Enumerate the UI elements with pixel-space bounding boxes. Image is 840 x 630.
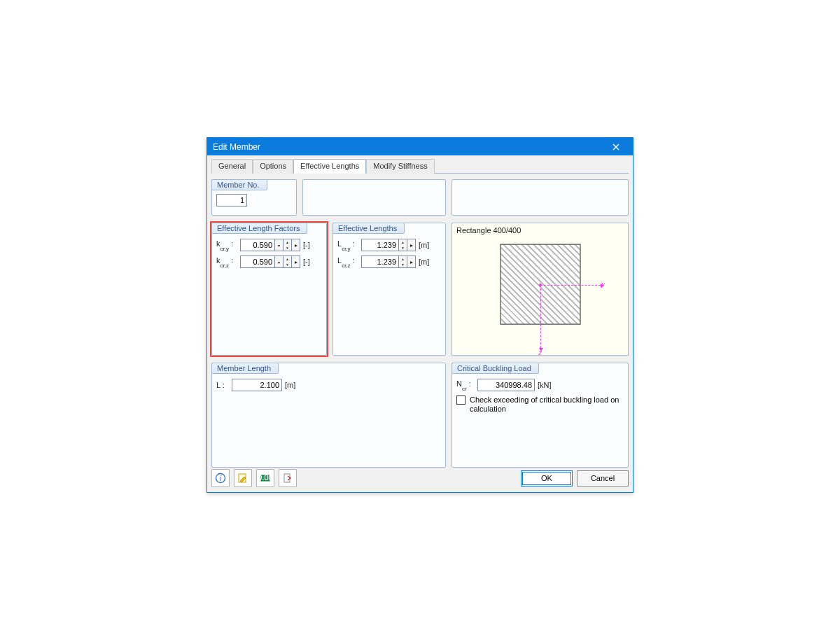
close-button[interactable] — [603, 139, 629, 154]
export-icon — [282, 472, 293, 484]
tab-strip: General Options Effective Lengths Modify… — [211, 158, 629, 174]
tab-modify-stiffness[interactable]: Modify Stiffness — [366, 159, 434, 174]
dropdown-kcry[interactable]: ▾ — [275, 239, 284, 251]
axis-y — [540, 285, 601, 286]
row-lcrz: Lcr,z : ▲▼ ▸ [m] — [337, 254, 441, 270]
chevron-down-icon: ▼ — [284, 262, 291, 267]
input-lcry[interactable] — [361, 239, 399, 251]
svg-rect-5 — [284, 474, 290, 482]
checkbox-check-buckling[interactable] — [456, 396, 465, 405]
row-kcrz: kcr,z : ▾ ▲▼ ▸ [-] — [216, 254, 322, 270]
axis-z — [540, 285, 541, 348]
legend-member-no: Member No. — [211, 179, 267, 190]
expand-lcry[interactable]: ▸ — [407, 239, 416, 251]
group-effective-lengths: Effective Lengths Lcr,y : ▲▼ ▸ [m] Lcr,z… — [332, 223, 446, 356]
dialog-title: Edit Member — [213, 142, 603, 152]
chevron-up-icon: ▲ — [284, 239, 291, 245]
spinner-lcry[interactable]: ▲▼ — [399, 239, 407, 251]
label-ncr: Ncr : — [456, 379, 477, 390]
group-spacer-1 — [302, 179, 446, 216]
export-button[interactable] — [279, 469, 297, 487]
chevron-up-icon: ▲ — [399, 256, 407, 262]
chevron-down-icon: ▼ — [399, 245, 407, 251]
input-member-length[interactable] — [232, 379, 282, 391]
unit-lcry: [m] — [419, 241, 429, 249]
spinner-lcrz[interactable]: ▲▼ — [399, 255, 407, 268]
tab-options[interactable]: Options — [253, 159, 293, 174]
member-no-field[interactable] — [216, 194, 247, 206]
legend-buckling: Critical Buckling Load — [451, 363, 539, 374]
input-kcry[interactable] — [240, 239, 275, 251]
svg-text:i: i — [220, 474, 222, 482]
group-member-no: Member No. — [211, 179, 297, 216]
unit-kcry: [-] — [303, 241, 310, 249]
input-ncr[interactable] — [477, 379, 535, 391]
close-icon — [612, 144, 620, 150]
edit-member-dialog: Edit Member General Options Effective Le… — [206, 137, 634, 493]
label-kcry: kcr,y : — [216, 239, 240, 250]
chevron-up-icon: ▲ — [399, 239, 407, 245]
group-spacer-2 — [451, 179, 629, 216]
label-lcry: Lcr,y : — [337, 239, 361, 250]
chevron-down-icon: ▼ — [284, 245, 291, 251]
chevron-down-icon: ▼ — [399, 262, 407, 267]
dropdown-kcrz[interactable]: ▾ — [275, 255, 284, 268]
label-lcrz: Lcr,z : — [337, 256, 361, 267]
titlebar: Edit Member — [207, 138, 633, 155]
y-label: y — [602, 281, 606, 288]
group-member-length: Member Length L : [m] — [211, 363, 446, 468]
help-icon: i — [215, 472, 226, 484]
input-lcrz[interactable] — [361, 255, 399, 268]
row-kcry: kcr,y : ▾ ▲▼ ▸ [-] — [216, 237, 322, 253]
expand-lcrz[interactable]: ▸ — [407, 255, 416, 268]
spinner-kcry[interactable]: ▲▼ — [284, 239, 292, 251]
unit-member-length: [m] — [285, 381, 295, 389]
edit-button[interactable] — [234, 469, 252, 487]
cancel-button[interactable]: Cancel — [577, 470, 629, 486]
z-label: z — [539, 349, 542, 356]
row-ncr: Ncr : [kN] — [456, 377, 624, 393]
dialog-client: General Options Effective Lengths Modify… — [211, 158, 629, 488]
units-button[interactable]: 0.00 — [256, 469, 274, 487]
input-kcrz[interactable] — [240, 255, 275, 268]
spinner-kcrz[interactable]: ▲▼ — [284, 255, 292, 268]
row-lcry: Lcr,y : ▲▼ ▸ [m] — [337, 237, 441, 253]
expand-kcrz[interactable]: ▸ — [292, 255, 300, 268]
svg-text:0.00: 0.00 — [260, 473, 271, 482]
unit-lcrz: [m] — [419, 258, 429, 266]
help-button[interactable]: i — [211, 469, 230, 487]
pencil-icon — [237, 472, 248, 484]
unit-kcrz: [-] — [303, 258, 310, 266]
units-icon: 0.00 — [260, 472, 271, 484]
group-critical-buckling: Critical Buckling Load Ncr : [kN] Check … — [451, 363, 629, 468]
tab-general[interactable]: General — [211, 159, 253, 174]
label-check-buckling: Check exceeding of critical buckling loa… — [470, 396, 624, 414]
button-bar: i 0.00 OK Cancel — [211, 468, 629, 488]
section-caption: Rectangle 400/400 — [456, 226, 521, 234]
tab-effective-lengths[interactable]: Effective Lengths — [293, 159, 366, 174]
chevron-up-icon: ▲ — [284, 256, 291, 262]
legend-lengths: Effective Lengths — [332, 223, 405, 234]
unit-ncr: [kN] — [538, 381, 552, 389]
legend-member-length: Member Length — [211, 363, 279, 374]
label-member-length: L : — [216, 381, 232, 389]
legend-factors: Effective Length Factors — [211, 223, 307, 234]
section-preview: Rectangle 400/400 y z — [451, 223, 629, 356]
row-member-length: L : [m] — [216, 377, 441, 393]
group-effective-length-factors: Effective Length Factors kcr,y : ▾ ▲▼ ▸ … — [211, 223, 327, 356]
label-kcrz: kcr,z : — [216, 256, 240, 267]
row-check-buckling: Check exceeding of critical buckling loa… — [456, 396, 624, 414]
ok-button[interactable]: OK — [521, 470, 573, 486]
expand-kcry[interactable]: ▸ — [292, 239, 300, 251]
